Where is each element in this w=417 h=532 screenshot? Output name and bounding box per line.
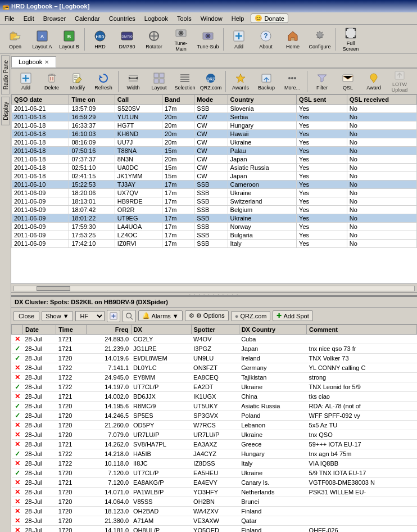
col-qsl-recv[interactable]: QSL received: [347, 95, 416, 105]
h-scrollbar-track[interactable]: [13, 286, 415, 291]
lb-add[interactable]: Add: [13, 70, 38, 93]
side-tab-radio-pane[interactable]: Radio Pane: [1, 55, 10, 94]
col-call[interactable]: Call: [115, 95, 162, 105]
menu-edit[interactable]: Edit: [19, 14, 39, 23]
toolbar-hrd[interactable]: HRD HRD: [87, 26, 113, 52]
list-item[interactable]: ✓ 28-Jul 1720 7.120.0 UT7CL/P EA5HEU Ukr…: [12, 468, 417, 478]
list-item[interactable]: ✕ 28-Jul 1720 21.380.0 A71AM VE3AXW Qata…: [12, 516, 417, 526]
dx-col-dx[interactable]: DX: [131, 325, 191, 335]
lb-qrz[interactable]: QRZ QRZ.com: [198, 70, 223, 93]
menu-countries[interactable]: Countries: [105, 14, 140, 23]
table-row[interactable]: 2011-06-18 02:51:10 UA0DC 15m CW Asiatic…: [12, 164, 417, 172]
menu-file[interactable]: File: [0, 14, 19, 23]
list-item[interactable]: ✕ 28-Jul 1721 14.002.0 BD6JJX IK1UGX Chi…: [12, 392, 417, 402]
list-item[interactable]: ✕ 28-Jul 1720 7.079.0 UR7LU/P UR7LU/P Uk…: [12, 430, 417, 440]
lb-awards[interactable]: Awards: [228, 70, 253, 93]
table-row[interactable]: 2011-06-09 17:53:25 LZ4OC 17m SSB Bulgar…: [12, 231, 417, 240]
dx-icon-btn-2[interactable]: [123, 310, 136, 322]
lb-award[interactable]: Award: [361, 70, 386, 93]
toolbar-rotator[interactable]: Rotator: [141, 26, 167, 52]
list-item[interactable]: ✕ 28-Jul 1720 21.260.0 OD5PY W7RCS Leban…: [12, 421, 417, 430]
lb-filter[interactable]: Filter: [310, 70, 334, 93]
dx-add-spot-button[interactable]: ✚ Add Spot: [273, 310, 312, 321]
toolbar-fullscreen[interactable]: Full Screen: [338, 26, 364, 52]
log-table-container[interactable]: QSO date Time on Call Band Mode Country …: [11, 94, 417, 283]
col-time-on[interactable]: Time on: [69, 95, 115, 105]
dx-col-time[interactable]: Time: [56, 325, 87, 335]
table-row[interactable]: 2011-06-09 18:20:06 UX7QV 17m SSB Ukrain…: [12, 189, 417, 197]
table-row[interactable]: 2011-06-18 16:10:03 KH6ND 20m CW Hawaii …: [12, 130, 417, 138]
list-item[interactable]: ✓ 28-Jul 1720 14.246.5 SP5ES SP3GVX Pola…: [12, 411, 417, 421]
h-scrollbar-thumb[interactable]: [37, 286, 70, 291]
menu-logbook[interactable]: Logbook: [140, 14, 173, 23]
lb-selection[interactable]: Selection: [173, 70, 197, 93]
lb-backup[interactable]: Backup: [254, 70, 279, 93]
table-row[interactable]: 2011-06-09 18:01:22 UT9EG 17m SSB Ukrain…: [12, 214, 417, 223]
side-tab-display[interactable]: Display: [1, 97, 10, 125]
list-item[interactable]: ✓ 28-Jul 1722 14.197.0 UT7CL/P EA2DT Ukr…: [12, 382, 417, 392]
list-item[interactable]: ✕ 28-Jul 1720 18.123.0 OH2BAD WA4ZXV Fin…: [12, 507, 417, 516]
table-row[interactable]: 2011-06-18 16:33:37 HG7T 20m CW Hungary …: [12, 121, 417, 130]
lb-layout[interactable]: Layout: [147, 70, 171, 93]
toolbar-layout-a[interactable]: A Layout A: [29, 26, 55, 52]
table-row[interactable]: 2011-06-18 02:41:15 JK1YMM 15m CW Japan …: [12, 172, 417, 181]
dx-show-select[interactable]: Show ▼: [42, 311, 72, 321]
table-row[interactable]: 2011-06-10 15:22:53 TJ3AY 17m SSB Camero…: [12, 181, 417, 189]
col-mode[interactable]: Mode: [194, 95, 228, 105]
menu-window[interactable]: Window: [196, 14, 227, 23]
table-row[interactable]: 2011-06-09 17:59:30 LA4UOA 17m SSB Norwa…: [12, 223, 417, 231]
lb-qsl[interactable]: QSL: [336, 70, 360, 93]
lb-delete[interactable]: Delete: [39, 70, 64, 93]
list-item[interactable]: ✕ 28-Jul 1720 14.064.0 V85SS OH2BN Brune…: [12, 497, 417, 507]
lb-refresh[interactable]: Refresh: [91, 70, 116, 93]
dx-col-spotter[interactable]: Spotter: [191, 325, 239, 335]
list-item[interactable]: ✓ 28-Jul 1720 14.195.6 R8MC/9 UT5UKY Asi…: [12, 402, 417, 411]
tab-close[interactable]: ✕: [44, 59, 49, 65]
donate-button[interactable]: 😊 Donate: [251, 13, 288, 23]
toolbar-about[interactable]: ? About: [253, 26, 279, 52]
list-item[interactable]: ✕ 28-Jul 1721 7.120.0 EA8AKG/P EA4EVY Ca…: [12, 478, 417, 488]
dx-icon-btn-1[interactable]: [107, 310, 120, 322]
table-row[interactable]: 2011-06-18 07:50:16 T88NA 15m CW Palau Y…: [12, 147, 417, 155]
lb-lotw-upload[interactable]: LOTW Upload: [387, 70, 412, 93]
table-row[interactable]: 2011-06-18 08:16:09 UU7J 20m CW Ukraine …: [12, 138, 417, 147]
lb-modify[interactable]: Modify: [65, 70, 90, 93]
table-row[interactable]: 2011-06-09 18:07:42 OR2R 17m SSB Belgium…: [12, 206, 417, 214]
list-item[interactable]: ✓ 28-Jul 1721 21.239.0 JG1LRE I3PGZ Japa…: [12, 344, 417, 354]
dx-col-date[interactable]: Date: [23, 325, 56, 335]
list-item[interactable]: ✓ 28-Jul 1722 14.218.0 HA5IB JA4CYZ Hung…: [12, 449, 417, 459]
dx-options-button[interactable]: ⚙ ⚙ Options: [185, 310, 229, 321]
toolbar-open[interactable]: Open: [2, 26, 28, 52]
toolbar-dm780[interactable]: DM780 DM780: [114, 26, 140, 52]
table-row[interactable]: 2011-06-09 18:13:01 HB9RDE 17m SSB Switz…: [12, 197, 417, 206]
toolbar-tune-main[interactable]: Tune-Main: [168, 26, 194, 52]
list-item[interactable]: ✕ 28-Jul 1720 14.181.0 OH8UL/P YO5OED Fi…: [12, 526, 417, 533]
dx-col-freq[interactable]: Freq: [87, 325, 131, 335]
toolbar-layout-b[interactable]: B Layout B: [56, 26, 82, 52]
col-qso-date[interactable]: QSO date: [12, 95, 69, 105]
list-item[interactable]: ✓ 28-Jul 1720 14.019.6 EI/DL8WEM UN9LU I…: [12, 354, 417, 363]
list-item[interactable]: ✕ 28-Jul 1720 14.071.0 PA1WLB/P YO3HFY N…: [12, 488, 417, 497]
lb-width[interactable]: Width: [121, 70, 146, 93]
toolbar-tune-sub[interactable]: Tune-Sub: [195, 26, 221, 52]
list-item[interactable]: ✕ 28-Jul 1721 24.893.0 CO2LY W4OV Cuba: [12, 335, 417, 344]
list-item[interactable]: ✕ 28-Jul 1722 7.141.1 DL0YLC ON3FZT Germ…: [12, 363, 417, 373]
col-country[interactable]: Country: [228, 95, 297, 105]
menu-tools[interactable]: Tools: [173, 14, 196, 23]
dx-close-button[interactable]: Close: [13, 311, 39, 321]
toolbar-home[interactable]: Home: [280, 26, 306, 52]
lb-more[interactable]: More...: [280, 70, 305, 93]
menu-calendar[interactable]: Calendar: [70, 14, 105, 23]
table-row[interactable]: 2011-06-09 17:42:10 IZ0RVI 17m SSB Italy…: [12, 240, 417, 248]
list-item[interactable]: ✕ 28-Jul 1722 10.118.0 II8JC IZ8DSS Ital…: [12, 459, 417, 468]
col-qsl-sent[interactable]: QSL sent: [297, 95, 347, 105]
col-band[interactable]: Band: [162, 95, 194, 105]
dx-table-container[interactable]: Date Time Freq DX Spotter DX Country Com…: [11, 324, 417, 532]
toolbar-configure[interactable]: Configure: [307, 26, 333, 52]
menu-help[interactable]: Help: [227, 14, 249, 23]
table-row[interactable]: 2011-06-21 13:57:09 S520SV 17m SSB Slove…: [12, 105, 417, 113]
dx-col-comment[interactable]: Comment: [307, 325, 417, 335]
list-item[interactable]: ✕ 28-Jul 1722 24.945.0 EY8MM EA8CEQ Taji…: [12, 373, 417, 382]
menu-browser[interactable]: Browser: [39, 14, 70, 23]
list-item[interactable]: ✕ 28-Jul 1721 14.262.0 SV8/HA7PL EA3AXZ …: [12, 440, 417, 449]
